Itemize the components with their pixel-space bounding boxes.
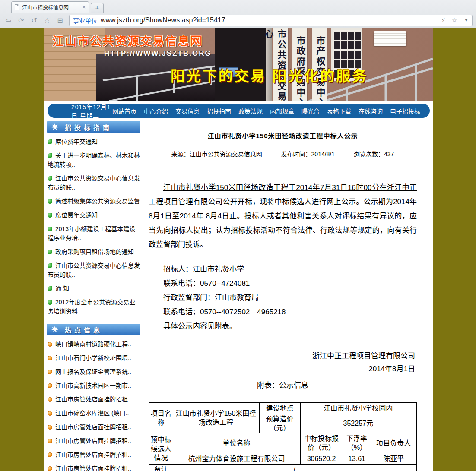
favorite-icon[interactable]: ☆ xyxy=(41,16,53,25)
sidebar-item-label: 通 知 xyxy=(55,285,69,292)
site-slogan: 阳光下的交易 阳光化的服务 xyxy=(171,65,368,85)
history-icon[interactable]: ↺ xyxy=(29,16,40,25)
tab-close-icon[interactable]: × xyxy=(82,4,86,10)
sidebar-item-label: 席位费年交通知 xyxy=(55,212,98,218)
sidebar-item-label: 席位费年交通知 xyxy=(55,138,98,145)
sidebar-item-label: 江山市房管处店面挂牌招租.. xyxy=(55,396,131,403)
nav-item-policy[interactable]: 政策法规 xyxy=(238,107,263,115)
nav-item-ebidding[interactable]: 电子招投标 xyxy=(390,107,420,115)
sidebar: 招投标指南 席位费年交通知 关于进一步明确森林、林木和林地流转项.. 江山市公共… xyxy=(44,118,143,471)
browser-tab[interactable]: 江山市招投标信息网 × xyxy=(11,1,89,13)
new-tab-button[interactable]: + xyxy=(91,3,104,13)
main-navbar: 2015年12月1日 星期二 网站首页 中心介绍 交易信息 招投指南 政策法规 … xyxy=(48,104,430,118)
article-info-block: 招标人：江山市礼贤小学 联系电话：0570--4724081 行政监督部门：江山… xyxy=(149,262,417,333)
leaf-bullet-icon xyxy=(48,199,52,204)
sidebar-item[interactable]: 江山市房管处店面挂牌招租.. xyxy=(48,436,140,446)
sidebar-item[interactable]: 通 知 xyxy=(48,284,140,293)
cell-note-label: 备注 xyxy=(149,464,173,471)
ball-bullet-icon xyxy=(48,342,52,347)
nav-item-consult[interactable]: 在线咨询 xyxy=(359,107,383,115)
sidebar-item[interactable]: 江山市石门小学新校址围墙.. xyxy=(48,354,140,363)
url-text[interactable]: www.jsztb.org/ShowNews.asp?id=15417 xyxy=(101,16,438,24)
sidebar-item[interactable]: 江山市房管处店面挂牌招租.. xyxy=(48,450,140,459)
sidebar-item[interactable]: 江山市碗窑水库灌区 (峡口.. xyxy=(48,409,140,418)
sidebar-item-label: 江山市房管处店面挂牌招租.. xyxy=(55,451,131,458)
sidebar-item[interactable]: 2012年度全市公共资源交易业务培训资料 xyxy=(48,298,140,316)
sidebar-item-label: 江山市房管处店面挂牌招租.. xyxy=(55,465,131,471)
nav-item-downloads[interactable]: 表格下载 xyxy=(327,107,351,115)
cell-note-value: / xyxy=(173,464,416,471)
leaf-bullet-icon xyxy=(48,263,52,268)
sidebar-section-title: 热点信息 xyxy=(65,325,103,334)
sidebar-item[interactable]: 江山市房管处店面挂牌招租.. xyxy=(48,464,140,471)
cell-project-label: 项目名称 xyxy=(149,402,173,433)
sidebar-item[interactable]: 峡口镇峡南村道路硬化工程.. xyxy=(48,340,140,349)
leaf-bullet-icon xyxy=(48,227,52,231)
info-line: 联系电话：0570--4072502 4965218 xyxy=(149,305,417,319)
nav-item-exposure[interactable]: 曝光台 xyxy=(301,107,320,115)
navbar-date: 2015年12月1日 星期二 xyxy=(71,102,112,120)
site-url-text: HTTP://WWW.JSZTB.ORG xyxy=(104,49,212,58)
bookmark-star-icon[interactable]: ☆ xyxy=(449,17,460,24)
sidebar-item[interactable]: 2013年小额建设工程基本建设程序业务培.. xyxy=(48,224,140,243)
sidebar-item-label: 江山市公共资源交易中心信息发布员的联.. xyxy=(48,175,140,191)
browser-chrome: 江山市招投标信息网 × + ⇦ ⟳ ↺ ☆ ⊞ 事业单位 www.jsztb.o… xyxy=(0,0,476,28)
sidebar-item-label: 江山市高新技术园区一期市.. xyxy=(55,382,131,389)
meta-source: 来源：江山市公共资源交易信息网 xyxy=(171,151,262,158)
ball-bullet-icon xyxy=(48,411,52,416)
sidebar-section-title: 招投标指南 xyxy=(65,123,112,132)
cell-location-label: 建设地点 xyxy=(259,402,300,414)
meta-publish-time: 发布时间：2014/8/1 xyxy=(281,151,335,158)
sidebar-item[interactable]: 江山市公共资源交易中心信息发布员的联.. xyxy=(48,261,140,279)
sidebar-item[interactable]: 席位费年交通知 xyxy=(48,211,140,220)
meta-view-count: 浏览次数：437 xyxy=(354,151,394,158)
article-title: 江山市礼贤小学150米田径场改造工程中标人公示 xyxy=(149,131,417,140)
ball-bullet-icon xyxy=(48,466,52,471)
sidebar-item[interactable]: 席位费年交通知 xyxy=(48,137,140,146)
ball-bullet-icon xyxy=(48,452,52,457)
back-icon[interactable]: ⇦ xyxy=(3,16,14,25)
bolt-icon[interactable]: ⚡ xyxy=(438,17,449,24)
sidebar-item[interactable]: 江山市高新技术园区一期市.. xyxy=(48,381,140,390)
maple-leaf-icon xyxy=(51,123,59,131)
sidebar-item[interactable]: 江山市房管处店面挂牌招租.. xyxy=(48,395,140,404)
article: 江山市礼贤小学150米田径场改造工程中标人公示 来源：江山市公共资源交易信息网 … xyxy=(143,118,434,471)
sidebar-item-label: 江山市房管处店面挂牌招租.. xyxy=(55,437,131,444)
apps-grid-icon[interactable]: ⊞ xyxy=(54,16,66,25)
sidebar-item[interactable]: 政府采购项目租借场地的通知 xyxy=(48,247,140,256)
banner-air-conditioner xyxy=(374,31,406,46)
leaf-bullet-icon xyxy=(48,139,52,144)
nav-item-about[interactable]: 中心介绍 xyxy=(144,107,168,115)
ball-bullet-icon xyxy=(48,425,52,430)
sidebar-item-label: 简述村级集体公共资源交易监督 xyxy=(55,198,140,205)
cell-manager-value: 陈亚平 xyxy=(371,453,416,464)
site-type-badge[interactable]: 事业单位 xyxy=(73,16,97,25)
sidebar-item-label: 2012年度全市公共资源交易业务培训资料 xyxy=(48,299,135,315)
leaf-bullet-icon xyxy=(48,300,52,305)
ball-bullet-icon xyxy=(48,356,52,360)
ball-bullet-icon xyxy=(48,439,52,443)
cell-budget-label: 预算造价（元） xyxy=(259,414,300,433)
sidebar-item[interactable]: 关于进一步明确森林、林木和林地流转项.. xyxy=(48,151,140,169)
cell-budget-value: 352257元 xyxy=(300,414,416,433)
signature-date: 2014年8月1日 xyxy=(149,363,415,376)
maple-leaf-icon xyxy=(51,326,59,333)
nav-item-home[interactable]: 网站首页 xyxy=(112,107,136,115)
cell-location-value: 江山市礼贤小学校园内 xyxy=(300,402,416,414)
refresh-icon[interactable]: ⟳ xyxy=(16,16,27,25)
nav-item-trade-info[interactable]: 交易信息 xyxy=(175,107,200,115)
leaf-bullet-icon xyxy=(48,250,52,254)
nav-item-bid-guide[interactable]: 招投指南 xyxy=(207,107,231,115)
navbar-menu: 网站首页 中心介绍 交易信息 招投指南 政策法规 内部规章 曝光台 表格下载 在… xyxy=(112,107,430,115)
page-icon xyxy=(15,4,19,10)
site-banner: 市公共资源交易中心 市政府采购中心 市产权交易中心 江山市公共资源交易信息网 H… xyxy=(44,28,433,101)
site-container: 市公共资源交易中心 市政府采购中心 市产权交易中心 江山市公共资源交易信息网 H… xyxy=(44,28,433,471)
cell-candidate-label: 预中标候选人情况 xyxy=(149,433,173,464)
sidebar-item[interactable]: 简述村级集体公共资源交易监督 xyxy=(48,197,140,206)
sidebar-item[interactable]: 江山市公共资源交易中心信息发布员的联.. xyxy=(48,174,140,192)
url-dropdown-icon[interactable]: ▼ xyxy=(460,15,472,26)
sidebar-item[interactable]: 江山市房管处店面挂牌招租.. xyxy=(48,423,140,432)
address-bar[interactable]: 事业单位 www.jsztb.org/ShowNews.asp?id=15417… xyxy=(69,15,473,26)
sidebar-item[interactable]: 网上报名及保证金管理系统.. xyxy=(48,367,140,376)
nav-item-rules[interactable]: 内部规章 xyxy=(270,107,294,115)
